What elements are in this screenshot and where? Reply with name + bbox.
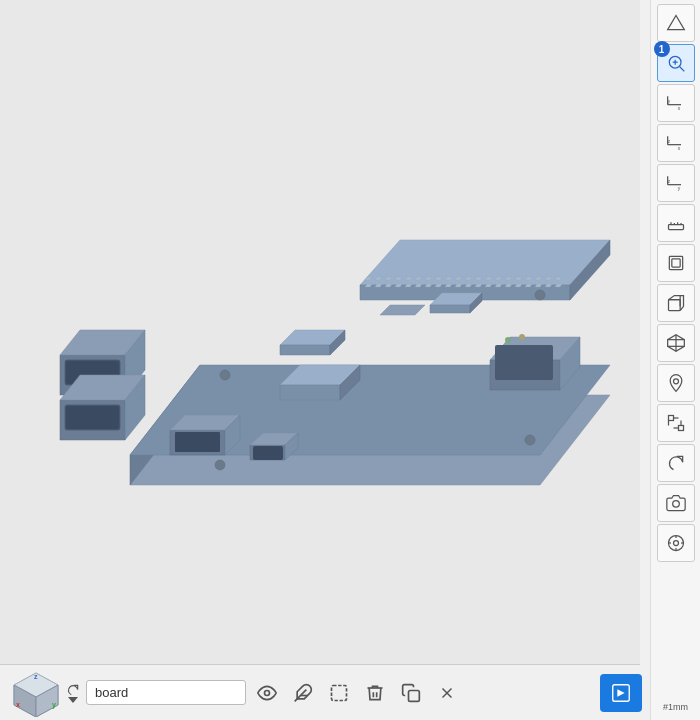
svg-marker-65 <box>280 385 340 400</box>
rotate-dropdown[interactable] <box>66 683 80 703</box>
svg-rect-63 <box>253 446 283 460</box>
svg-rect-101 <box>668 225 683 230</box>
svg-point-77 <box>525 435 535 445</box>
svg-point-82 <box>505 337 511 343</box>
measure-button[interactable] <box>657 204 695 242</box>
box-button[interactable] <box>657 284 695 322</box>
select-box-button[interactable] <box>324 678 354 708</box>
svg-line-86 <box>679 67 684 72</box>
duplicate-button[interactable] <box>396 678 426 708</box>
board-3d-render <box>0 0 640 710</box>
svg-rect-107 <box>671 259 679 267</box>
visibility-button[interactable] <box>252 678 282 708</box>
svg-rect-108 <box>668 300 680 311</box>
svg-rect-59 <box>175 432 220 452</box>
svg-marker-136 <box>68 697 78 703</box>
view-yx-button[interactable]: y x <box>657 84 695 122</box>
badge-number: 1 <box>654 41 670 57</box>
cube-button[interactable] <box>657 324 695 362</box>
svg-text:y: y <box>52 701 56 709</box>
svg-point-83 <box>519 334 525 340</box>
svg-text:x: x <box>677 105 680 111</box>
svg-point-122 <box>672 501 679 508</box>
rotate-button[interactable] <box>657 444 695 482</box>
settings-button[interactable] <box>657 524 695 562</box>
view-zy-button[interactable]: z y <box>657 164 695 202</box>
svg-rect-117 <box>678 426 683 431</box>
camera-button[interactable] <box>657 484 695 522</box>
svg-point-137 <box>265 690 270 695</box>
svg-point-115 <box>673 379 678 384</box>
axes-widget-container[interactable]: x y z <box>8 669 80 717</box>
material-button[interactable] <box>288 678 318 708</box>
svg-text:x: x <box>16 701 20 708</box>
svg-text:z: z <box>34 673 38 680</box>
close-button[interactable] <box>432 678 462 708</box>
svg-text:x: x <box>677 145 680 151</box>
location-button[interactable] <box>657 364 695 402</box>
svg-marker-71 <box>430 305 470 313</box>
svg-rect-141 <box>409 690 420 701</box>
svg-marker-68 <box>280 345 330 355</box>
delete-button[interactable] <box>360 678 390 708</box>
bottom-panel: x y z <box>0 664 640 720</box>
run-button[interactable] <box>600 674 642 712</box>
svg-point-74 <box>220 370 230 380</box>
right-toolbar: 1 y x z x z y <box>650 0 700 720</box>
svg-marker-73 <box>380 305 425 315</box>
axes-widget: x y z <box>8 669 64 717</box>
svg-rect-55 <box>66 406 119 429</box>
perspective-button[interactable] <box>657 4 695 42</box>
svg-point-75 <box>535 290 545 300</box>
object-name-input[interactable] <box>86 680 246 705</box>
view-zx-button[interactable]: z x <box>657 124 695 162</box>
svg-rect-116 <box>668 416 673 421</box>
svg-marker-84 <box>667 16 684 30</box>
svg-rect-81 <box>495 345 553 380</box>
svg-rect-140 <box>332 685 347 700</box>
svg-text:y: y <box>677 185 680 191</box>
svg-point-124 <box>673 541 678 546</box>
scale-label: #1mm <box>663 698 688 716</box>
ortho-button[interactable] <box>657 244 695 282</box>
3d-viewport[interactable] <box>0 0 640 710</box>
transform-button[interactable] <box>657 404 695 442</box>
svg-point-76 <box>215 460 225 470</box>
zoom-fit-button[interactable]: 1 <box>657 44 695 82</box>
